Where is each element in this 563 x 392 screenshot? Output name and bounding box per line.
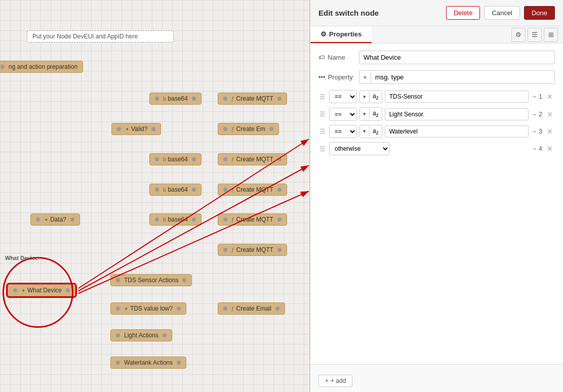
tab-properties-label: Properties xyxy=(329,30,361,38)
rule-type-label-1[interactable]: az xyxy=(370,91,382,103)
panel-footer: + + add xyxy=(310,364,563,392)
property-input-group: ▾ xyxy=(359,70,555,84)
rule-type-arrow-1[interactable]: ▾ xyxy=(360,92,370,102)
prep-node: ng and action preparation xyxy=(0,61,83,73)
base64-1-node: b base64 xyxy=(149,93,202,105)
tds-actions-node: TDS Sensor Actions xyxy=(110,274,192,286)
tab-settings-icon[interactable]: ⚙ xyxy=(511,28,526,42)
rule-type-group-2: ▾ az xyxy=(359,107,382,120)
rule-operator-3[interactable]: == xyxy=(329,125,357,138)
tab-doc-icon[interactable]: ☰ xyxy=(528,28,542,42)
valid-node: ✦ Valid? xyxy=(111,123,161,135)
comment-node: Put your Node DevEUI and AppID here xyxy=(27,30,174,42)
watertank-node: Watertank Actions xyxy=(110,357,186,369)
rule-type-arrow-3[interactable]: ▾ xyxy=(360,126,370,137)
property-input[interactable] xyxy=(371,71,554,83)
tds-low-node: ✦ TDS value low? xyxy=(110,302,186,315)
tab-grid-icon[interactable]: ⊞ xyxy=(544,28,558,42)
done-button[interactable]: Done xyxy=(524,6,555,20)
gear-icon: ⚙ xyxy=(320,30,327,38)
panel-title: Edit switch node xyxy=(318,9,379,17)
rule-delete-3[interactable]: ✕ xyxy=(545,126,555,137)
panel-actions: Delete Cancel Done xyxy=(446,6,555,20)
rule-value-2[interactable] xyxy=(385,108,529,120)
comment-text: Put your Node DevEUI and AppID here xyxy=(32,33,138,40)
rule-value-1[interactable] xyxy=(385,91,529,103)
create-mqtt-5-node: ƒ Create MQTT xyxy=(218,244,287,256)
rule-type-group-3: ▾ az xyxy=(359,125,382,138)
rule-type-group-1: ▾ az xyxy=(359,90,382,103)
base64-4-node: b base64 xyxy=(149,213,202,226)
add-rule-button[interactable]: + + add xyxy=(318,375,352,387)
create-mqtt-3-node: ƒ Create MQTT xyxy=(218,184,287,196)
panel-body: 🏷 Name ••• Property ▾ ☰ == != xyxy=(310,43,563,364)
dots-icon: ••• xyxy=(318,73,326,81)
rules-section: ☰ == != < > ▾ az → 1 ✕ ☰ == xyxy=(318,90,555,155)
property-label: ••• Property xyxy=(318,73,359,81)
panel-header: Edit switch node Delete Cancel Done xyxy=(310,0,563,26)
rule-delete-1[interactable]: ✕ xyxy=(545,92,555,102)
drag-handle-3[interactable]: ☰ xyxy=(318,126,327,136)
create-em-node: ƒ Create Em xyxy=(218,123,279,135)
rule-row-2: ☰ == ▾ az → 2 ✕ xyxy=(318,107,555,120)
what-device-node[interactable]: ✦ What Device xyxy=(8,284,75,296)
rule-type-arrow-2[interactable]: ▾ xyxy=(360,109,370,119)
create-mqtt-2-node: ƒ Create MQTT xyxy=(218,153,287,165)
rule-type-label-2[interactable]: az xyxy=(370,108,382,120)
tabs-row: ⚙ Properties ⚙ ☰ ⊞ xyxy=(310,26,563,43)
base64-2-node: b base64 xyxy=(149,153,202,165)
tag-icon: 🏷 xyxy=(318,54,325,61)
drag-handle-2[interactable]: ☰ xyxy=(318,109,327,119)
light-actions-node: Light Actions xyxy=(110,329,172,341)
rule-row-4: ☰ otherwise → 4 ✕ xyxy=(318,142,555,155)
cancel-button[interactable]: Cancel xyxy=(484,6,519,20)
drag-handle-1[interactable]: ☰ xyxy=(318,92,327,102)
drag-handle-4[interactable]: ☰ xyxy=(318,144,327,154)
rule-output-4: → 4 xyxy=(531,145,542,152)
rule-row-3: ☰ == ▾ az → 3 ✕ xyxy=(318,125,555,138)
create-email-node: ƒ Create Email xyxy=(218,302,285,315)
rule-delete-2[interactable]: ✕ xyxy=(545,109,555,119)
plus-icon: + xyxy=(325,377,329,384)
tab-properties[interactable]: ⚙ Properties xyxy=(310,26,372,43)
edit-panel: Edit switch node Delete Cancel Done ⚙ Pr… xyxy=(310,0,563,392)
name-input[interactable] xyxy=(359,51,555,64)
what-device-label: What Device xyxy=(5,254,38,262)
delete-button[interactable]: Delete xyxy=(446,6,480,20)
property-prefix[interactable]: ▾ xyxy=(359,71,371,83)
rule-operator-1[interactable]: == != < > xyxy=(329,90,357,103)
rule-type-label-3[interactable]: az xyxy=(370,125,382,138)
rule-output-1: → 1 xyxy=(531,93,542,100)
create-mqtt-4-node: ƒ Create MQTT xyxy=(218,213,287,226)
tab-icon-group: ⚙ ☰ ⊞ xyxy=(511,28,563,42)
property-row: ••• Property ▾ xyxy=(318,70,555,84)
create-mqtt-1-node: ƒ Create MQTT xyxy=(218,93,287,105)
rule-output-3: → 3 xyxy=(531,128,542,135)
name-row: 🏷 Name xyxy=(318,51,555,64)
rule-output-2: → 2 xyxy=(531,111,542,118)
base64-3-node: b base64 xyxy=(149,184,202,196)
flow-canvas: Put your Node DevEUI and AppID here ng a… xyxy=(0,0,310,392)
rule-otherwise-4[interactable]: otherwise xyxy=(329,142,390,155)
rule-row-1: ☰ == != < > ▾ az → 1 ✕ xyxy=(318,90,555,103)
rule-value-3[interactable] xyxy=(385,125,529,138)
rule-delete-4[interactable]: ✕ xyxy=(545,144,555,154)
name-label: 🏷 Name xyxy=(318,54,359,61)
rule-operator-2[interactable]: == xyxy=(329,108,357,121)
data-node: ✦ Data? xyxy=(30,213,80,226)
